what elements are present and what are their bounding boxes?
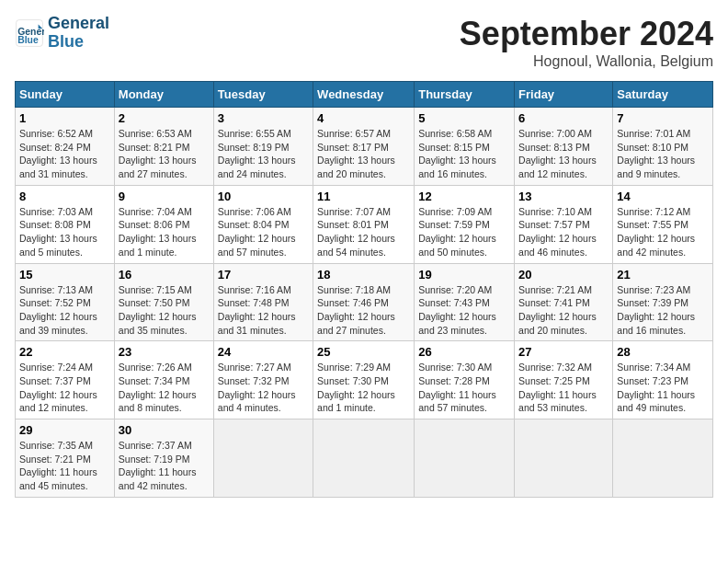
- day-cell: 13Sunrise: 7:10 AM Sunset: 7:57 PM Dayli…: [515, 185, 613, 263]
- day-cell: 6Sunrise: 7:00 AM Sunset: 8:13 PM Daylig…: [515, 108, 613, 186]
- day-number: 16: [119, 268, 210, 282]
- day-number: 29: [19, 423, 110, 437]
- header-saturday: Saturday: [613, 82, 713, 108]
- day-number: 13: [518, 190, 609, 203]
- day-number: 21: [617, 268, 709, 282]
- day-number: 10: [218, 190, 309, 203]
- header-friday: Friday: [515, 82, 613, 108]
- day-number: 25: [317, 345, 410, 359]
- day-detail: Sunrise: 7:20 AM Sunset: 7:43 PM Dayligh…: [418, 283, 510, 338]
- day-detail: Sunrise: 6:52 AM Sunset: 8:24 PM Dayligh…: [19, 127, 110, 181]
- day-detail: Sunrise: 7:24 AM Sunset: 7:37 PM Dayligh…: [19, 361, 110, 415]
- day-cell: [613, 419, 713, 498]
- day-cell: 22Sunrise: 7:24 AM Sunset: 7:37 PM Dayli…: [16, 341, 115, 419]
- day-number: 7: [617, 111, 709, 125]
- svg-text:Blue: Blue: [17, 35, 39, 45]
- day-cell: 20Sunrise: 7:21 AM Sunset: 7:41 PM Dayli…: [515, 263, 613, 341]
- day-detail: Sunrise: 7:15 AM Sunset: 7:50 PM Dayligh…: [119, 283, 210, 338]
- header-sunday: Sunday: [16, 82, 115, 108]
- day-detail: Sunrise: 7:30 AM Sunset: 7:28 PM Dayligh…: [418, 361, 510, 415]
- day-cell: [313, 419, 415, 498]
- day-cell: 19Sunrise: 7:20 AM Sunset: 7:43 PM Dayli…: [415, 263, 515, 341]
- day-number: 27: [518, 345, 609, 359]
- day-number: 17: [218, 268, 309, 282]
- day-detail: Sunrise: 7:29 AM Sunset: 7:30 PM Dayligh…: [317, 361, 410, 415]
- day-number: 11: [317, 190, 410, 203]
- day-cell: 15Sunrise: 7:13 AM Sunset: 7:52 PM Dayli…: [16, 263, 115, 341]
- day-cell: 2Sunrise: 6:53 AM Sunset: 8:21 PM Daylig…: [114, 108, 213, 186]
- day-number: 30: [119, 423, 210, 437]
- day-number: 12: [418, 190, 510, 203]
- day-cell: 17Sunrise: 7:16 AM Sunset: 7:48 PM Dayli…: [213, 263, 313, 341]
- day-number: 23: [119, 345, 210, 359]
- day-cell: 18Sunrise: 7:18 AM Sunset: 7:46 PM Dayli…: [313, 263, 415, 341]
- day-detail: Sunrise: 6:57 AM Sunset: 8:17 PM Dayligh…: [317, 127, 410, 181]
- day-cell: 21Sunrise: 7:23 AM Sunset: 7:39 PM Dayli…: [613, 263, 713, 341]
- day-detail: Sunrise: 7:32 AM Sunset: 7:25 PM Dayligh…: [518, 361, 609, 415]
- day-number: 1: [19, 111, 110, 125]
- day-cell: 14Sunrise: 7:12 AM Sunset: 7:55 PM Dayli…: [613, 185, 713, 263]
- day-cell: 26Sunrise: 7:30 AM Sunset: 7:28 PM Dayli…: [415, 341, 515, 419]
- header-thursday: Thursday: [415, 82, 515, 108]
- days-header-row: SundayMondayTuesdayWednesdayThursdayFrid…: [16, 82, 713, 108]
- day-number: 2: [119, 111, 210, 125]
- day-detail: Sunrise: 7:13 AM Sunset: 7:52 PM Dayligh…: [19, 283, 110, 338]
- day-detail: Sunrise: 7:37 AM Sunset: 7:19 PM Dayligh…: [119, 439, 210, 493]
- day-cell: [415, 419, 515, 498]
- day-detail: Sunrise: 7:09 AM Sunset: 7:59 PM Dayligh…: [418, 205, 510, 259]
- header: General Blue General Blue September 2024…: [15, 15, 713, 70]
- day-detail: Sunrise: 7:35 AM Sunset: 7:21 PM Dayligh…: [19, 439, 110, 493]
- calendar-table: SundayMondayTuesdayWednesdayThursdayFrid…: [15, 81, 713, 498]
- day-cell: 28Sunrise: 7:34 AM Sunset: 7:23 PM Dayli…: [613, 341, 713, 419]
- header-tuesday: Tuesday: [213, 82, 313, 108]
- day-detail: Sunrise: 7:18 AM Sunset: 7:46 PM Dayligh…: [317, 283, 410, 338]
- day-cell: 23Sunrise: 7:26 AM Sunset: 7:34 PM Dayli…: [114, 341, 213, 419]
- day-cell: 3Sunrise: 6:55 AM Sunset: 8:19 PM Daylig…: [213, 108, 313, 186]
- header-wednesday: Wednesday: [313, 82, 415, 108]
- day-detail: Sunrise: 7:16 AM Sunset: 7:48 PM Dayligh…: [218, 283, 309, 338]
- day-number: 15: [19, 268, 110, 282]
- day-cell: 10Sunrise: 7:06 AM Sunset: 8:04 PM Dayli…: [213, 185, 313, 263]
- week-row-1: 1Sunrise: 6:52 AM Sunset: 8:24 PM Daylig…: [16, 108, 713, 186]
- day-number: 26: [418, 345, 510, 359]
- day-detail: Sunrise: 7:12 AM Sunset: 7:55 PM Dayligh…: [617, 205, 709, 259]
- day-cell: [213, 419, 313, 498]
- day-number: 24: [218, 345, 309, 359]
- day-cell: 5Sunrise: 6:58 AM Sunset: 8:15 PM Daylig…: [415, 108, 515, 186]
- day-detail: Sunrise: 7:21 AM Sunset: 7:41 PM Dayligh…: [518, 283, 609, 338]
- day-number: 5: [418, 111, 510, 125]
- day-detail: Sunrise: 7:26 AM Sunset: 7:34 PM Dayligh…: [119, 361, 210, 415]
- header-monday: Monday: [114, 82, 213, 108]
- calendar-title: September 2024: [460, 15, 713, 53]
- day-number: 4: [317, 111, 410, 125]
- logo-icon: General Blue: [15, 18, 44, 48]
- day-detail: Sunrise: 7:01 AM Sunset: 8:10 PM Dayligh…: [617, 127, 709, 181]
- day-cell: 25Sunrise: 7:29 AM Sunset: 7:30 PM Dayli…: [313, 341, 415, 419]
- day-number: 22: [19, 345, 110, 359]
- day-cell: 12Sunrise: 7:09 AM Sunset: 7:59 PM Dayli…: [415, 185, 515, 263]
- day-detail: Sunrise: 7:00 AM Sunset: 8:13 PM Dayligh…: [518, 127, 609, 181]
- week-row-3: 15Sunrise: 7:13 AM Sunset: 7:52 PM Dayli…: [16, 263, 713, 341]
- day-detail: Sunrise: 7:04 AM Sunset: 8:06 PM Dayligh…: [119, 205, 210, 259]
- day-cell: 4Sunrise: 6:57 AM Sunset: 8:17 PM Daylig…: [313, 108, 415, 186]
- day-cell: [515, 419, 613, 498]
- day-cell: 8Sunrise: 7:03 AM Sunset: 8:08 PM Daylig…: [16, 185, 115, 263]
- day-detail: Sunrise: 7:10 AM Sunset: 7:57 PM Dayligh…: [518, 205, 609, 259]
- day-number: 18: [317, 268, 410, 282]
- day-detail: Sunrise: 7:06 AM Sunset: 8:04 PM Dayligh…: [218, 205, 309, 259]
- week-row-2: 8Sunrise: 7:03 AM Sunset: 8:08 PM Daylig…: [16, 185, 713, 263]
- day-number: 20: [518, 268, 609, 282]
- logo-text: General Blue: [48, 15, 109, 52]
- day-cell: 1Sunrise: 6:52 AM Sunset: 8:24 PM Daylig…: [16, 108, 115, 186]
- day-cell: 11Sunrise: 7:07 AM Sunset: 8:01 PM Dayli…: [313, 185, 415, 263]
- day-cell: 29Sunrise: 7:35 AM Sunset: 7:21 PM Dayli…: [16, 419, 115, 498]
- day-detail: Sunrise: 7:03 AM Sunset: 8:08 PM Dayligh…: [19, 205, 110, 259]
- week-row-5: 29Sunrise: 7:35 AM Sunset: 7:21 PM Dayli…: [16, 419, 713, 498]
- day-detail: Sunrise: 7:07 AM Sunset: 8:01 PM Dayligh…: [317, 205, 410, 259]
- day-cell: 16Sunrise: 7:15 AM Sunset: 7:50 PM Dayli…: [114, 263, 213, 341]
- day-cell: 30Sunrise: 7:37 AM Sunset: 7:19 PM Dayli…: [114, 419, 213, 498]
- day-cell: 24Sunrise: 7:27 AM Sunset: 7:32 PM Dayli…: [213, 341, 313, 419]
- day-detail: Sunrise: 7:34 AM Sunset: 7:23 PM Dayligh…: [617, 361, 709, 415]
- day-detail: Sunrise: 7:27 AM Sunset: 7:32 PM Dayligh…: [218, 361, 309, 415]
- day-number: 14: [617, 190, 709, 203]
